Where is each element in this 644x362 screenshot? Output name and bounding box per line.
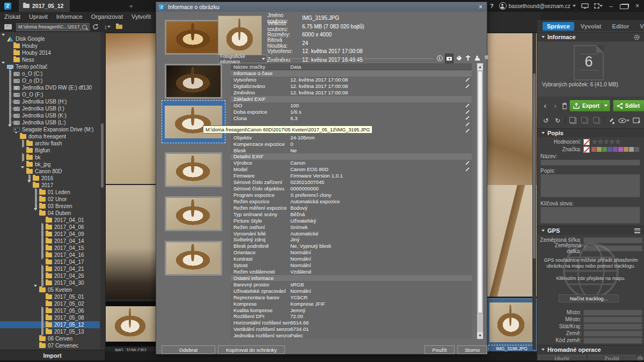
cancel-button[interactable]: Storno <box>457 345 487 354</box>
exif-row[interactable]: Blesk podrobněNe, Vypnutý blesk <box>231 243 472 249</box>
sort-icon[interactable]: ↕ <box>104 24 111 30</box>
tree-item[interactable]: Canon 80D <box>0 168 100 175</box>
thumbnail-cell[interactable]: IMG_3196.CR2 <box>106 300 156 354</box>
exif-row[interactable]: Rozlišení DPI72.00 <box>231 313 472 320</box>
tree-item[interactable]: 2017_04_21 <box>0 265 100 272</box>
minimize-button[interactable]: – <box>608 3 614 9</box>
exif-row[interactable]: Digitalizováno12. května 2017 17:00:08 <box>231 83 472 90</box>
dialog-title-bar[interactable]: Z Informace o obrázku × <box>156 2 487 12</box>
fullscreen-button[interactable] <box>594 3 603 9</box>
menu-item-informace[interactable]: Informace <box>56 13 83 20</box>
info-icon[interactable] <box>436 54 443 62</box>
gps-icon[interactable] <box>482 54 490 62</box>
copy-remove-icon[interactable] <box>581 116 589 125</box>
import-button[interactable]: Import <box>0 350 105 361</box>
tree-item[interactable]: 2017 <box>0 182 100 189</box>
tree-item[interactable]: 2017_04_30 <box>0 279 100 286</box>
tree-item[interactable]: 2017_05_12 <box>0 321 100 328</box>
tree-item[interactable]: Jednotka USB (I:) <box>0 105 100 112</box>
dialog-thumbnail[interactable] <box>165 20 222 55</box>
quick-fix-icon[interactable] <box>608 117 615 124</box>
apply-button[interactable]: Použít <box>425 345 455 354</box>
tree-item[interactable]: Jednotka USB (H:) <box>0 98 100 105</box>
expand-arrow-icon[interactable] <box>40 280 45 286</box>
exif-scrollbar[interactable]: ▲ ▼ <box>477 63 483 339</box>
exif-row[interactable]: Režim expoziceAutomatická expozice <box>231 198 472 204</box>
mark-color-swatch[interactable] <box>624 147 628 152</box>
exif-row[interactable]: Světelný zdrojJiný <box>231 237 472 243</box>
exif-row[interactable]: Program expoziceS preferencí clony <box>231 192 472 198</box>
new-tab-button[interactable]: + <box>129 2 133 10</box>
gps-field-input[interactable] <box>583 330 642 337</box>
tree-item[interactable]: 2016 <box>0 175 100 182</box>
folder-tab[interactable]: 2017_05_12 <box>19 0 70 12</box>
scroll-up-icon[interactable]: ▲ <box>477 63 483 70</box>
tab-vytvořit[interactable]: Vytvořit <box>635 22 644 31</box>
menu-item-organizovat[interactable]: Organizovat <box>91 13 123 20</box>
section-header-batch[interactable]: Hromadné operace <box>537 345 644 354</box>
collapse-arrow-icon[interactable] <box>21 168 26 174</box>
section-header-gps[interactable]: GPS <box>537 226 644 235</box>
exif-row[interactable]: Vytvořeno12. května 2017 17:00:08 <box>231 77 472 83</box>
section-header-informace[interactable]: Informace <box>537 32 644 41</box>
dialog-thumbnail[interactable] <box>165 241 222 276</box>
tree-item[interactable]: 2017_05_08 <box>0 314 100 321</box>
tree-item[interactable]: 2017_04_09 <box>0 231 100 238</box>
exif-row[interactable]: Clona6.3 <box>231 115 472 121</box>
tree-item[interactable]: 07 Cervenec <box>0 342 100 349</box>
search-icon[interactable] <box>82 25 87 29</box>
exif-row[interactable]: ModelCanon EOS 80D <box>231 166 472 173</box>
exif-section-row[interactable]: Informace o čase <box>231 70 472 77</box>
menu-item-upravit[interactable]: Upravit <box>29 13 48 20</box>
forward-icon[interactable]: › <box>552 101 559 110</box>
dialog-thumbnail[interactable] <box>165 196 222 231</box>
tree-item[interactable]: 2017_05_13 <box>0 328 100 335</box>
copy-add-icon[interactable] <box>569 116 577 125</box>
tree-item[interactable]: 01 Leden <box>0 189 100 196</box>
exif-row[interactable]: Barevný prostorsRGB <box>231 281 472 287</box>
exif-row[interactable]: BleskNe <box>231 147 472 153</box>
exif-row[interactable]: Reprezentace barevYCbCR <box>231 294 472 300</box>
collapse-arrow-icon[interactable] <box>14 134 19 139</box>
collapse-arrow-icon[interactable] <box>34 287 39 293</box>
tree-item[interactable]: Jednotka DVD RW (E:) df130 <box>0 84 100 91</box>
tree-item[interactable]: 2017_05_01 <box>0 293 100 300</box>
rating-stars[interactable]: ☆☆☆☆☆ <box>592 138 621 145</box>
tree-item[interactable]: Houby <box>0 42 100 49</box>
tree-item[interactable]: 04 Duben <box>0 210 100 217</box>
mark-color-swatch[interactable] <box>613 147 618 152</box>
tree-item[interactable]: 06 Cerven <box>0 335 100 342</box>
tree-item[interactable]: 02 Unor <box>0 196 100 203</box>
keywords-icon[interactable] <box>464 54 472 62</box>
exif-row[interactable]: Sériové číslo objektivu0000000000 <box>231 186 472 192</box>
tree-item[interactable]: O_o (D:) <box>0 77 100 84</box>
photo-preview[interactable] <box>487 33 537 185</box>
copy-to-clipboard-button[interactable]: Kopírovat do schránky <box>218 345 285 354</box>
exif-row[interactable]: Vertikální rozlišení senzoru6734.01 <box>231 326 472 333</box>
mark-color-swatch[interactable] <box>591 147 596 152</box>
help-icon[interactable]: ? <box>490 3 494 9</box>
trash-icon[interactable] <box>562 102 567 109</box>
collapse-arrow-icon[interactable] <box>8 127 13 132</box>
expand-arrow-icon[interactable] <box>21 154 26 160</box>
exif-row[interactable]: Režim vzdálenostiVzdálené <box>231 269 472 275</box>
exif-row[interactable]: Typ snímané scényBěžná <box>231 211 472 217</box>
tree-item[interactable]: Jednotka USB (K:) <box>0 112 100 119</box>
tab-vyvolat[interactable]: Vyvolat <box>576 22 606 31</box>
mark-color-swatch[interactable] <box>629 147 634 152</box>
tree-item[interactable]: 2017_04_16 <box>0 252 100 258</box>
no-mark-icon[interactable] <box>583 146 590 153</box>
photo-preview[interactable] <box>487 185 537 297</box>
exif-section-row[interactable]: Ostatní informace <box>231 275 472 282</box>
exif-row[interactable]: Změněno12. května 2017 17:00:08 <box>231 90 472 96</box>
exif-row[interactable]: Režim ostřeníSnímek <box>231 224 472 230</box>
gps-map-link[interactable]: Kliknutím zde přejdete na mapu. <box>541 276 640 282</box>
copy-icon[interactable] <box>592 116 601 125</box>
exif-row[interactable]: OrientaceNormální <box>231 249 472 256</box>
tab-správce[interactable]: Správce <box>543 22 574 31</box>
preview-button[interactable] <box>618 118 630 123</box>
tree-item[interactable]: Jednotka USB (L:) <box>0 119 100 126</box>
name-input[interactable] <box>540 159 640 166</box>
photo-preview[interactable] <box>106 33 156 184</box>
mark-color-swatch[interactable] <box>597 147 602 152</box>
